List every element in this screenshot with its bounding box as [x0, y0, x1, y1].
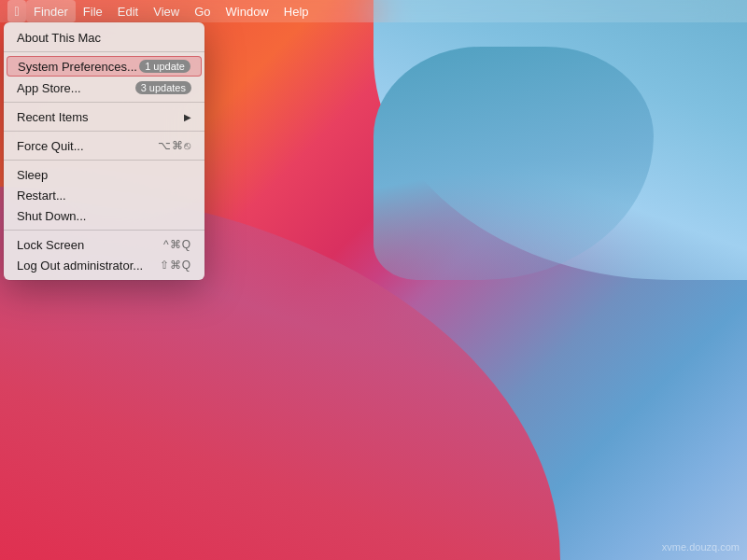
menu-item-system-prefs-label: System Preferences...	[18, 60, 137, 74]
menu-separator-5	[4, 230, 204, 231]
menu-separator-4	[4, 160, 204, 161]
menu-item-system-prefs[interactable]: System Preferences... 1 update	[7, 56, 202, 77]
apple-menu-button[interactable]: 	[7, 0, 26, 22]
lock-screen-shortcut: ^⌘Q	[163, 238, 191, 251]
menu-item-about-label: About This Mac	[17, 31, 101, 45]
logout-shortcut: ⇧⌘Q	[160, 259, 191, 272]
menu-item-shutdown-label: Shut Down...	[17, 209, 86, 223]
system-prefs-badge: 1 update	[139, 60, 190, 73]
menubar-edit[interactable]: Edit	[110, 0, 146, 22]
menu-item-restart-label: Restart...	[17, 189, 66, 203]
menu-item-sleep[interactable]: Sleep	[4, 164, 204, 185]
watermark: xvme.douzq.com	[662, 541, 740, 553]
menu-item-force-quit[interactable]: Force Quit... ⌥⌘⎋	[4, 135, 204, 156]
menubar-window[interactable]: Window	[218, 0, 276, 22]
menu-item-force-quit-label: Force Quit...	[17, 139, 84, 153]
menubar-go[interactable]: Go	[187, 0, 218, 22]
recent-items-chevron-icon: ▶	[184, 112, 191, 122]
menu-item-shutdown[interactable]: Shut Down...	[4, 205, 204, 226]
menu-item-restart[interactable]: Restart...	[4, 185, 204, 205]
menubar:  Finder File Edit View Go Window Help	[0, 0, 747, 22]
force-quit-shortcut: ⌥⌘⎋	[158, 139, 191, 152]
menu-item-logout-label: Log Out administrator...	[17, 259, 143, 273]
menu-item-sleep-label: Sleep	[17, 168, 48, 182]
menu-separator-1	[4, 51, 204, 52]
menubar-finder[interactable]: Finder	[26, 0, 76, 22]
menu-separator-2	[4, 102, 204, 103]
menubar-help[interactable]: Help	[276, 0, 317, 22]
menu-item-about[interactable]: About This Mac	[4, 27, 204, 48]
menubar-file[interactable]: File	[76, 0, 110, 22]
menu-separator-3	[4, 131, 204, 132]
menubar-view[interactable]: View	[146, 0, 187, 22]
menu-item-recent-items-label: Recent Items	[17, 110, 89, 124]
menu-item-logout[interactable]: Log Out administrator... ⇧⌘Q	[4, 255, 204, 275]
menu-item-app-store[interactable]: App Store... 3 updates	[4, 77, 204, 98]
menu-item-lock-screen[interactable]: Lock Screen ^⌘Q	[4, 234, 204, 255]
menu-item-app-store-label: App Store...	[17, 81, 81, 95]
apple-menu-dropdown: About This Mac System Preferences... 1 u…	[4, 22, 204, 280]
app-store-badge: 3 updates	[135, 81, 191, 94]
menu-item-recent-items[interactable]: Recent Items ▶	[4, 106, 204, 127]
menu-item-lock-screen-label: Lock Screen	[17, 238, 84, 252]
